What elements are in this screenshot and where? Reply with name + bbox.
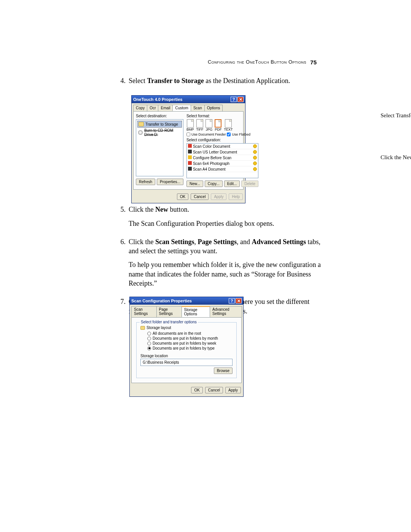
radio-month[interactable]: Documents are put in folders by month — [147, 336, 233, 341]
select-configuration-label: Select configuration: — [186, 138, 258, 142]
cfg-label: Configure Before Scan — [193, 156, 231, 160]
help-icon[interactable]: ? — [231, 97, 237, 102]
help-button[interactable]: Help — [229, 193, 243, 200]
help-icon[interactable]: ? — [229, 298, 235, 304]
browse-button[interactable]: Browse — [214, 367, 233, 374]
cancel-button[interactable]: Cancel — [205, 387, 223, 393]
radio-label: Documents are put in folders by week — [153, 341, 216, 345]
format-tiff[interactable]: TIFF — [196, 119, 203, 131]
close-icon[interactable]: ✕ — [237, 97, 244, 102]
format-pdf[interactable]: PDF — [215, 119, 221, 131]
dialog-buttons: OK Cancel Apply — [130, 385, 243, 396]
ok-button[interactable]: OK — [191, 387, 202, 393]
tab-copy[interactable]: Copy — [133, 105, 147, 111]
checkbox-label: Use Flatbed — [232, 133, 250, 136]
lock-icon — [253, 144, 257, 148]
bold-text: Scan Settings — [155, 238, 194, 246]
storage-location-label: Storage location — [140, 354, 233, 358]
list-item[interactable]: Configure Before Scan — [187, 155, 258, 161]
tab-page-settings[interactable]: Page Settings — [156, 306, 182, 317]
cfg-label: Scan Color Document — [193, 144, 230, 149]
lock-icon — [253, 150, 257, 154]
list-item[interactable]: Scan 6x4 Photograph — [187, 161, 258, 166]
ok-button[interactable]: OK — [177, 193, 188, 200]
refresh-button[interactable]: Refresh — [136, 179, 155, 185]
storage-layout-label: Storage layout — [147, 326, 171, 330]
step-extra: To help you remember which folder it is,… — [129, 260, 323, 288]
checkbox-label: Use Document Feeder — [191, 133, 226, 136]
step-number: 5. — [118, 205, 129, 233]
cfg-label: Scan A4 Document — [193, 167, 226, 171]
apply-button[interactable]: Apply — [211, 193, 226, 200]
step-number: 4. — [118, 76, 129, 90]
format-list: BMP TIFF JPG PDF TEXT — [186, 119, 258, 131]
titlebar: OneTouch 4.0 Properties ? ✕ — [132, 96, 245, 103]
edit-button[interactable]: Edit... — [224, 181, 240, 187]
dialog-title: Scan Configuration Properties — [131, 299, 192, 303]
text: Click the — [129, 206, 155, 213]
lock-icon — [253, 167, 257, 171]
radio-type[interactable]: Documents are put in folders by type — [147, 346, 233, 351]
text: , and — [237, 238, 252, 246]
tab-options[interactable]: Options — [204, 105, 223, 111]
group-legend: Select folder and transfer options — [140, 320, 198, 324]
use-document-feeder-checkbox[interactable] — [186, 133, 190, 136]
scan-configuration-dialog: Scan Configuration Properties ? ✕ Scan S… — [129, 297, 244, 397]
step-number: 6. — [118, 237, 129, 292]
format-bmp[interactable]: BMP — [186, 119, 194, 131]
properties-button[interactable]: Properties... — [157, 179, 183, 185]
callout-click-new: Click the New button. — [381, 154, 411, 161]
format-label: PDF — [215, 128, 221, 131]
configuration-list[interactable]: Scan Color Document Scan US Letter Docum… — [186, 143, 258, 178]
list-item[interactable]: Scan US Letter Document — [187, 149, 258, 155]
radio-week[interactable]: Documents are put in folders by week — [147, 341, 233, 346]
close-icon[interactable]: ✕ — [236, 298, 242, 304]
tab-custom[interactable]: Custom — [172, 105, 191, 111]
tab-ocr[interactable]: Ocr — [147, 105, 158, 111]
folder-transfer-group: Select folder and transfer options Stora… — [136, 322, 237, 378]
apply-button[interactable]: Apply — [225, 387, 241, 393]
lock-icon — [253, 156, 257, 160]
dest-transfer-to-storage[interactable]: Transfer to Storage — [137, 121, 182, 128]
list-item[interactable]: Scan A4 Document — [187, 166, 258, 172]
select-format-label: Select format: — [186, 114, 258, 118]
radio-root[interactable]: All documents are in the root — [147, 331, 233, 336]
list-item[interactable]: Scan Color Document — [187, 144, 258, 149]
text: as the Destination Application. — [204, 77, 290, 85]
step-6: 6. Click the Scan Settings, Page Setting… — [118, 237, 323, 292]
tab-storage-options[interactable]: Storage Options — [182, 306, 210, 317]
tab-email[interactable]: Email — [158, 105, 173, 111]
onetouch-properties-dialog: OneTouch 4.0 Properties ? ✕ Copy Ocr Ema… — [131, 95, 245, 203]
dest-item-label: Transfer to Storage — [145, 122, 178, 126]
cfg-label: Scan 6x4 Photograph — [193, 161, 229, 166]
dialog-buttons: OK Cancel Apply Help — [132, 192, 245, 203]
bold-text: Transfer to Storage — [147, 77, 204, 85]
tab-scan-settings[interactable]: Scan Settings — [131, 306, 157, 317]
cancel-button[interactable]: Cancel — [191, 193, 209, 200]
text: Select — [129, 77, 147, 85]
delete-button[interactable]: Delete — [241, 181, 258, 187]
cd-icon — [138, 130, 143, 135]
use-flatbed-checkbox[interactable] — [227, 133, 231, 136]
copy-button[interactable]: Copy... — [205, 181, 223, 187]
text: , — [194, 238, 198, 246]
format-label: TEXT — [224, 128, 233, 131]
dest-burn-to-cd[interactable]: Burn to CD-ROM Drive D: — [137, 128, 182, 137]
storage-icon — [140, 326, 145, 330]
new-button[interactable]: New... — [186, 181, 203, 187]
cfg-label: Scan US Letter Document — [193, 150, 237, 154]
format-text[interactable]: TEXT — [224, 119, 233, 131]
format-label: TIFF — [196, 128, 203, 131]
text: Click the — [129, 238, 155, 246]
format-jpg[interactable]: JPG — [206, 119, 212, 131]
format-label: JPG — [206, 128, 213, 131]
callout-select-transfer: Select Transfer to Storage. — [381, 112, 411, 119]
text: button. — [168, 206, 189, 213]
tab-advanced-settings[interactable]: Advanced Settings — [210, 306, 242, 317]
destination-list[interactable]: Transfer to Storage Burn to CD-ROM Drive… — [136, 119, 183, 176]
tab-scan[interactable]: Scan — [191, 105, 205, 111]
bold-text: Advanced Settings — [252, 238, 306, 246]
select-destination-label: Select destination: — [136, 114, 183, 118]
step-number: 7. — [118, 297, 129, 320]
storage-location-field[interactable]: G:\Business Receipts — [140, 359, 233, 366]
